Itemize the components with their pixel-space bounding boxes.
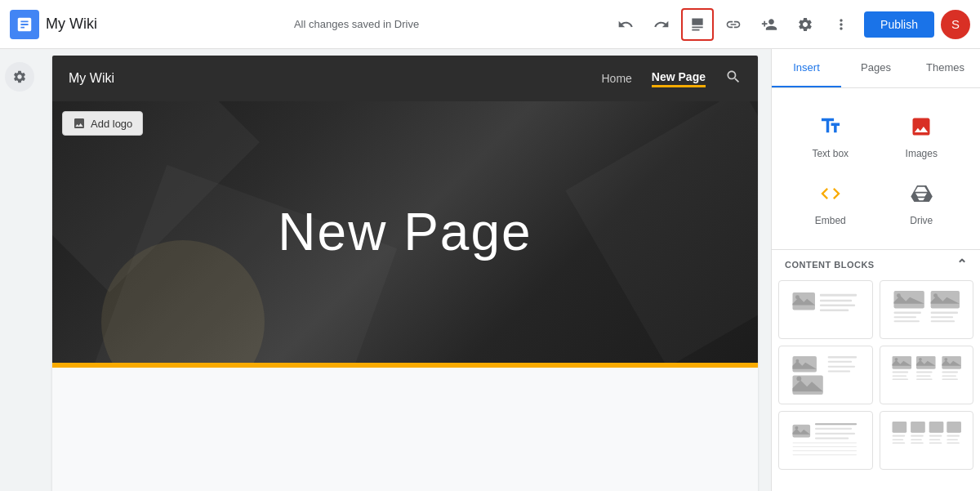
add-logo-label: Add logo <box>91 118 132 130</box>
share-button[interactable] <box>753 8 786 41</box>
tab-themes[interactable]: Themes <box>911 49 980 87</box>
hero-title: New Page <box>278 202 532 262</box>
app-logo <box>10 10 39 39</box>
svg-rect-48 <box>792 454 857 455</box>
block-card-3[interactable] <box>778 346 873 404</box>
site-nav-links: Home New Page <box>602 69 742 89</box>
site-nav: My Wiki Home New Page <box>52 56 758 101</box>
content-blocks-title: CONTENT BLOCKS <box>785 260 875 270</box>
svg-rect-42 <box>815 428 852 430</box>
search-icon[interactable] <box>725 69 742 89</box>
user-avatar[interactable]: S <box>941 10 970 39</box>
tab-insert[interactable]: Insert <box>772 49 841 87</box>
svg-rect-64 <box>947 442 960 443</box>
svg-point-17 <box>795 359 799 363</box>
svg-rect-63 <box>947 440 958 440</box>
svg-rect-21 <box>828 361 852 363</box>
publish-button[interactable]: Publish <box>864 11 934 38</box>
svg-rect-32 <box>892 378 908 379</box>
svg-rect-5 <box>820 310 849 311</box>
page-content-area <box>52 368 758 491</box>
svg-rect-38 <box>942 378 958 379</box>
svg-rect-41 <box>815 423 857 425</box>
app-title: My Wiki <box>46 16 97 33</box>
svg-rect-23 <box>828 371 850 373</box>
svg-rect-55 <box>892 442 905 443</box>
svg-rect-36 <box>942 372 958 373</box>
svg-rect-30 <box>892 372 908 373</box>
panel-tabs: Insert Pages Themes <box>772 49 980 88</box>
hero-area: Add logo New Page <box>52 101 758 363</box>
block-card-6[interactable] <box>880 411 974 470</box>
svg-point-7 <box>896 293 900 297</box>
embed-icon <box>819 182 842 210</box>
block-card-1[interactable] <box>778 280 873 339</box>
site-nav-title: My Wiki <box>69 71 114 86</box>
block-card-5[interactable] <box>778 411 873 470</box>
settings-button[interactable] <box>789 8 822 41</box>
svg-point-29 <box>944 358 947 361</box>
svg-rect-60 <box>929 440 940 440</box>
svg-rect-50 <box>911 422 925 433</box>
svg-rect-14 <box>930 316 952 318</box>
svg-rect-57 <box>911 440 922 440</box>
frame-toggle-button[interactable] <box>681 8 714 41</box>
nav-home-link[interactable]: Home <box>602 72 632 85</box>
svg-point-25 <box>894 358 898 361</box>
svg-rect-59 <box>929 435 942 437</box>
block-card-4[interactable] <box>880 346 974 404</box>
svg-rect-12 <box>893 320 919 322</box>
svg-rect-34 <box>915 375 930 376</box>
svg-rect-53 <box>892 435 905 437</box>
svg-point-9 <box>933 293 938 297</box>
save-status: All changes saved in Drive <box>110 18 603 30</box>
content-blocks-section: CONTENT BLOCKS ⌃ <box>772 250 980 491</box>
embed-label: Embed <box>815 215 846 226</box>
images-label: Images <box>906 148 938 159</box>
block-card-2[interactable] <box>880 280 974 339</box>
svg-rect-33 <box>915 372 932 373</box>
svg-point-27 <box>918 358 921 361</box>
collapse-button[interactable]: ⌃ <box>956 257 968 272</box>
insert-images-item[interactable]: Images <box>876 101 968 169</box>
insert-embed-item[interactable]: Embed <box>785 169 876 236</box>
svg-rect-56 <box>911 435 924 437</box>
topbar-actions: Publish S <box>609 8 970 41</box>
svg-rect-45 <box>792 442 857 443</box>
svg-point-1 <box>795 295 800 299</box>
svg-rect-11 <box>893 316 915 318</box>
insert-grid: Text box Images Embed Drive <box>772 88 980 249</box>
svg-rect-3 <box>820 300 852 301</box>
svg-rect-31 <box>892 375 906 376</box>
topbar: My Wiki All changes saved in Drive Publi… <box>0 0 980 49</box>
blocks-grid <box>778 280 973 480</box>
link-button[interactable] <box>717 8 750 41</box>
svg-rect-13 <box>930 311 957 313</box>
images-icon <box>910 115 933 143</box>
svg-rect-52 <box>947 422 961 433</box>
undo-button[interactable] <box>609 8 642 41</box>
more-button[interactable] <box>825 8 858 41</box>
insert-textbox-item[interactable]: Text box <box>785 101 876 169</box>
svg-rect-2 <box>820 294 857 297</box>
svg-rect-22 <box>828 366 855 368</box>
svg-rect-58 <box>911 442 924 443</box>
nav-newpage-link[interactable]: New Page <box>652 70 706 87</box>
svg-point-19 <box>796 376 801 381</box>
add-logo-button[interactable]: Add logo <box>62 111 143 136</box>
svg-rect-54 <box>892 440 903 440</box>
svg-rect-15 <box>930 320 954 322</box>
site-settings-button[interactable] <box>5 62 34 92</box>
redo-button[interactable] <box>645 8 678 41</box>
insert-drive-item[interactable]: Drive <box>876 169 968 236</box>
svg-point-40 <box>795 426 798 430</box>
tab-pages[interactable]: Pages <box>841 49 911 87</box>
svg-rect-49 <box>892 422 906 433</box>
hero-shape-4 <box>565 101 758 363</box>
svg-rect-4 <box>820 305 855 306</box>
right-panel: Insert Pages Themes Text box Images <box>771 49 980 491</box>
svg-rect-37 <box>942 375 956 376</box>
svg-rect-62 <box>947 435 960 437</box>
drive-icon <box>910 182 933 210</box>
textbox-label: Text box <box>812 148 849 159</box>
